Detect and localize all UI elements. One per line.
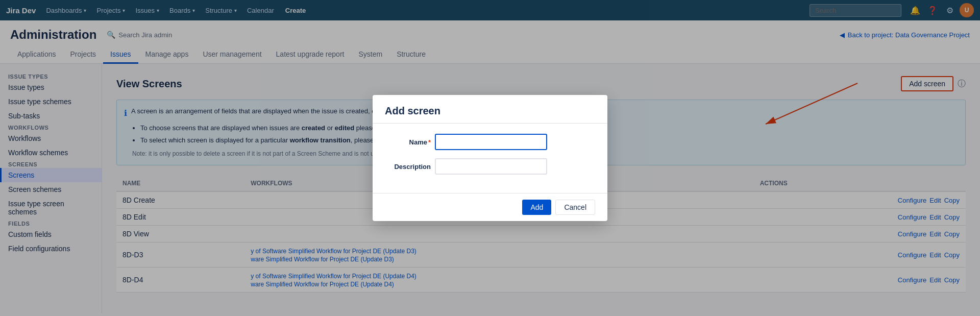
modal-header: Add screen (373, 95, 607, 124)
modal-body: Name Description (373, 124, 607, 193)
add-screen-modal: Add screen Name Description Add Cancel (373, 95, 607, 221)
modal-cancel-button[interactable]: Cancel (555, 200, 595, 215)
name-input[interactable] (435, 134, 547, 150)
name-label: Name (385, 138, 431, 146)
description-label: Description (385, 163, 431, 171)
modal-title: Add screen (385, 105, 595, 117)
description-input[interactable] (435, 158, 547, 175)
description-field-row: Description (385, 158, 595, 175)
name-field-row: Name (385, 134, 595, 150)
modal-overlay[interactable]: Add screen Name Description Add Cancel (0, 0, 980, 313)
modal-add-button[interactable]: Add (522, 200, 551, 215)
modal-footer: Add Cancel (373, 193, 607, 221)
